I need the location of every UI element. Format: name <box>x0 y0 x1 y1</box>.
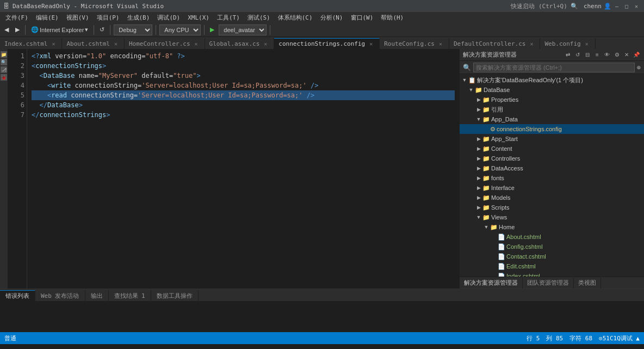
rp-bottom-tab-1[interactable]: 团队资源管理器 <box>523 278 574 289</box>
tree-item-controllers[interactable]: ▶📁Controllers <box>460 154 644 163</box>
menu-item-t[interactable]: 工具(T) <box>214 13 243 23</box>
tree-item-appdata[interactable]: ▼📁App_Data <box>460 114 644 124</box>
close-button[interactable]: ✕ <box>632 2 641 10</box>
tab-homecontrollercs[interactable]: HomeController.cs✕ <box>125 38 205 49</box>
code-editor[interactable]: <?xml version="1.0" encoding="utf-8" ?><… <box>27 49 459 289</box>
tab-close[interactable]: ✕ <box>437 40 444 48</box>
bottom-tab-3[interactable]: 查找结果 1 <box>109 290 151 301</box>
tree-root[interactable]: ▼📋解决方案'DataBaseReadOnly'(1 个项目) <box>460 75 644 85</box>
code-line-5: <read connectionString='Server=localhost… <box>32 90 455 100</box>
start-button[interactable]: ▶ <box>208 26 216 34</box>
menu-item-h[interactable]: 帮助(H) <box>377 13 407 23</box>
tree-arrow: ▶ <box>476 185 481 191</box>
activity-debug[interactable]: 🐞 <box>1 74 7 81</box>
status-col[interactable]: 列 85 <box>546 334 563 342</box>
tab-close[interactable]: ✕ <box>583 40 591 48</box>
tab-connectionstringsconfig[interactable]: connectionStrings.config✕ <box>274 38 380 49</box>
forward-button[interactable]: ▶ <box>13 26 22 34</box>
minimize-button[interactable]: — <box>612 2 621 10</box>
search-input[interactable] <box>473 63 635 72</box>
se-pin-button[interactable]: 📌 <box>632 51 641 59</box>
search-icon[interactable]: 🔍 <box>571 3 578 10</box>
tab-webconfig[interactable]: Web.config✕ <box>540 38 595 49</box>
activity-git[interactable]: ⎇ <box>1 66 7 73</box>
tree-item-scripts[interactable]: ▶📁Scripts <box>460 203 644 212</box>
line-num-2: 2 <box>8 61 24 71</box>
target-dropdown[interactable]: deel_avatar <box>219 25 267 35</box>
tab-defaultcontrollercs[interactable]: DefaultController.cs✕ <box>449 38 540 49</box>
menu-item-s[interactable]: 测试(S) <box>244 13 274 23</box>
tree-item-appstart[interactable]: ▶📁App_Start <box>460 134 644 144</box>
tree-item-interface[interactable]: ▶📁Interface <box>460 183 644 193</box>
bottom-tab-0[interactable]: 错误列表 <box>0 290 35 301</box>
se-sync-button[interactable]: ⇄ <box>564 51 572 59</box>
tree-item-models[interactable]: ▶📁Models <box>460 193 644 203</box>
tab-close[interactable]: ✕ <box>262 40 269 48</box>
rp-bottom-tab-0[interactable]: 解决方案资源管理器 <box>460 278 523 289</box>
tab-close[interactable]: ✕ <box>112 40 120 48</box>
tree-item-home[interactable]: ▼📁Home <box>460 222 644 232</box>
tree-view[interactable]: ▼📋解决方案'DataBaseReadOnly'(1 个项目)▼📁DataBas… <box>460 74 644 277</box>
status-line[interactable]: 行 5 <box>527 334 540 342</box>
search-expand-icon[interactable]: ⊕ <box>637 64 641 71</box>
tree-item-connectionstringsconfig[interactable]: ⚙connectionStrings.config <box>460 124 644 134</box>
tree-item-content[interactable]: ▶📁Content <box>460 144 644 154</box>
menu-item-e[interactable]: 编辑(E) <box>33 13 62 23</box>
activity-search[interactable]: 🔍 <box>1 59 7 65</box>
menu-item-n[interactable]: 分析(N) <box>317 13 346 23</box>
tree-item-editcshtml[interactable]: 📄Edit.cshtml <box>460 261 644 271</box>
menu-item-w[interactable]: 窗口(W) <box>348 13 377 23</box>
tree-arrow: ▶ <box>476 166 481 171</box>
tree-item-[interactable]: ▶📁引用 <box>460 105 644 114</box>
cpu-dropdown[interactable]: Any CPU x86 x64 <box>159 25 201 35</box>
tab-close[interactable]: ✕ <box>528 40 535 48</box>
se-preview-button[interactable]: 👁 <box>603 51 611 59</box>
bottom-tab-1[interactable]: Web 发布活动 <box>35 290 85 301</box>
refresh-button[interactable]: ↺ <box>97 26 107 34</box>
tab-close[interactable]: ✕ <box>193 40 200 48</box>
status-build[interactable]: ⊙51C1Q调试 ▲ <box>599 334 640 342</box>
status-char[interactable]: 字符 68 <box>569 334 592 342</box>
tree-item-views[interactable]: ▼📁Views <box>460 212 644 222</box>
line-num-3: 3 <box>8 71 24 81</box>
menu-item-p[interactable]: 项目(P) <box>94 13 123 23</box>
tree-item-fonts[interactable]: ▶📁fonts <box>460 173 644 183</box>
se-close-button[interactable]: ✕ <box>622 51 631 59</box>
tab-globalasaxcs[interactable]: Global.asax.cs✕ <box>205 38 275 49</box>
tree-item-aboutcshtml[interactable]: 📄About.cshtml <box>460 232 644 242</box>
tab-close[interactable]: ✕ <box>367 40 375 48</box>
se-properties-button[interactable]: ≡ <box>593 51 602 59</box>
status-mode[interactable]: 普通 <box>4 334 16 342</box>
browser-button[interactable]: 🌐 Internet Explorer ▾ <box>29 26 90 34</box>
code-token: connectionStrings <box>39 110 106 120</box>
se-collapse-button[interactable]: ⊟ <box>583 51 592 59</box>
back-button[interactable]: ◀ <box>2 26 11 34</box>
maximize-button[interactable]: □ <box>622 2 631 10</box>
bottom-tab-2[interactable]: 输出 <box>85 290 109 301</box>
menu-item-d[interactable]: 调试(D) <box>154 13 183 23</box>
tree-item-properties[interactable]: ▶📁Properties <box>460 95 644 105</box>
menu-item-v[interactable]: 视图(V) <box>63 13 92 23</box>
tree-item-contactcshtml[interactable]: 📄Contact.cshtml <box>460 252 644 261</box>
tree-item-database[interactable]: ▼📁DataBase <box>460 85 644 95</box>
menu-item-f[interactable]: 文件(F) <box>2 13 32 23</box>
tree-item-dataaccess[interactable]: ▶📁DataAccess <box>460 163 644 173</box>
tree-item-configcshtml[interactable]: 📄Config.cshtml <box>460 242 644 252</box>
code-token: <? <box>32 51 39 61</box>
rp-bottom-tab-2[interactable]: 类视图 <box>574 278 601 289</box>
se-refresh-button[interactable]: ↺ <box>573 51 582 59</box>
debug-dropdown[interactable]: Debug Release <box>114 25 152 35</box>
tab-close[interactable]: ✕ <box>49 40 57 48</box>
menu-item-b[interactable]: 生成(B) <box>124 13 153 23</box>
tab-routeconfigcs[interactable]: RouteConfig.cs✕ <box>380 38 449 49</box>
tab-indexcshtml[interactable]: Index.cshtml✕ <box>0 38 62 49</box>
menu-item-xmlx[interactable]: XML(X) <box>184 13 213 22</box>
tab-aboutcshtml[interactable]: About.cshtml✕ <box>62 38 124 49</box>
tab-label: Index.cshtml <box>4 40 47 47</box>
se-filter-button[interactable]: ⚙ <box>612 51 621 59</box>
activity-explorer[interactable]: 📁 <box>1 51 7 58</box>
tree-item-indexcshtml[interactable]: 📄Index.cshtml <box>460 271 644 277</box>
menu-item-c[interactable]: 体系结构(C) <box>275 13 316 23</box>
bottom-tab-4[interactable]: 数据工具操作 <box>151 290 199 301</box>
tree-arrow: ▶ <box>476 107 481 112</box>
